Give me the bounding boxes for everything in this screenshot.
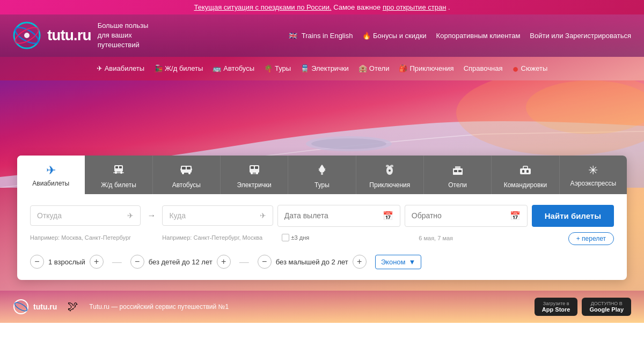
tab-tours[interactable]: Туры <box>288 156 356 194</box>
uk-flag-icon: 🇬🇧 <box>289 32 297 40</box>
from-field[interactable]: ✈ <box>30 205 141 226</box>
tab-business-icon <box>519 163 532 178</box>
to-field[interactable]: ✈ <box>162 205 273 226</box>
children-control: − без детей до 12 лет + <box>130 255 231 269</box>
nav-stories[interactable]: ● Сюжеты <box>509 61 551 76</box>
tab-avia-icon: ✈ <box>46 165 56 176</box>
tab-train-icon <box>112 163 125 178</box>
nav-hotels[interactable]: 🏨 Отели <box>355 62 393 75</box>
adults-minus-button[interactable]: − <box>30 255 44 269</box>
tab-train[interactable]: Ж/д билеты <box>85 156 152 194</box>
tab-adventures[interactable]: Приключения <box>356 156 424 194</box>
banner-link-open[interactable]: про открытие стран <box>383 3 446 11</box>
children-plus-button[interactable]: + <box>217 255 231 269</box>
from-hint-area: Например: Москва, Санкт-Петербург <box>30 234 145 241</box>
svg-rect-27 <box>252 173 257 174</box>
svg-point-18 <box>182 172 184 174</box>
svg-rect-28 <box>321 173 323 175</box>
adults-label: 1 взрослый <box>48 258 85 266</box>
departure-date-field[interactable]: 📅 <box>277 205 400 227</box>
google-play-badge[interactable]: ДОСТУПНО В Google Play <box>582 298 631 316</box>
tab-hotels[interactable]: Отели <box>424 156 492 194</box>
svg-rect-23 <box>251 166 254 169</box>
plusminus-toggle[interactable]: ±3 дня <box>282 234 310 241</box>
to-hint-area: Например: Санкт-Петербург, Москва <box>162 234 277 241</box>
nav-tours[interactable]: 🌴 Туры <box>261 62 294 75</box>
svg-rect-9 <box>114 165 123 172</box>
tab-hotels-label: Отели <box>448 181 467 189</box>
corporate-link[interactable]: Корпоративным клиентам <box>436 32 521 40</box>
tours-icon: 🌴 <box>264 64 273 72</box>
tab-tours-label: Туры <box>314 181 330 189</box>
date-hint-text: 6 мая, 7 мая <box>419 235 453 241</box>
infants-plus-button[interactable]: + <box>353 255 367 269</box>
logo-icon[interactable] <box>13 21 41 49</box>
tab-business[interactable]: Командировки <box>492 156 559 194</box>
return-date-field[interactable]: 📅 <box>405 205 528 227</box>
elektrichka-icon: 🚆 <box>301 64 309 72</box>
search-section: ✈ Авиабилеты Ж/д билеты Автобусы <box>17 156 627 280</box>
date-hints-area: ±3 дня <box>282 234 408 241</box>
tab-adventures-icon <box>383 163 396 178</box>
adults-plus-button[interactable]: + <box>90 255 104 269</box>
train-icon: 🚂 <box>154 64 163 72</box>
from-hint-text: Например: Москва, Санкт-Петербург <box>30 234 131 241</box>
nav-bus[interactable]: 🚌 Автобусы <box>209 62 258 75</box>
english-link[interactable]: 🇬🇧 Trains in English <box>289 32 353 40</box>
infants-minus-button[interactable]: − <box>258 255 272 269</box>
return-calendar-icon: 📅 <box>510 211 521 221</box>
logo-text[interactable]: tutu.ru <box>47 27 91 44</box>
tab-avia-label: Авиабилеты <box>32 180 69 187</box>
svg-rect-20 <box>180 168 181 171</box>
search-inputs-row: ✈ → ✈ 📅 📅 Найти билеты <box>30 205 614 227</box>
svg-point-14 <box>120 172 122 174</box>
search-button[interactable]: Найти билеты <box>532 205 614 227</box>
departure-date-input[interactable] <box>284 211 378 220</box>
banner-link-russia[interactable]: Текущая ситуация с поездками по России. <box>194 3 331 11</box>
tab-bus-label: Автобусы <box>172 181 201 189</box>
return-date-input[interactable] <box>412 211 506 220</box>
nav-bar: ✈ Авиабилеты 🚂 Ж/д билеты 🚌 Автобусы 🌴 Т… <box>0 57 644 80</box>
nav-train[interactable]: 🚂 Ж/д билеты <box>151 62 206 75</box>
departure-calendar-icon: 📅 <box>383 211 393 221</box>
tab-train-label: Ж/д билеты <box>101 181 136 189</box>
banner-text-2: Самое важное <box>333 3 383 11</box>
tab-bus[interactable]: Автобусы <box>153 156 221 194</box>
nav-adventures[interactable]: 🎒 Приключения <box>396 62 457 75</box>
tab-tours-icon <box>316 163 328 178</box>
login-link[interactable]: Войти или Зарегистрироваться <box>530 32 631 40</box>
tab-aeroexpress[interactable]: ✳ Аэроэкспрессы <box>560 156 627 194</box>
tab-bus-icon <box>180 163 193 178</box>
nav-avia[interactable]: ✈ Авиабилеты <box>93 62 148 75</box>
svg-point-30 <box>389 169 391 172</box>
from-plane-icon: ✈ <box>127 211 134 220</box>
to-plane-icon: ✈ <box>260 211 266 220</box>
app-store-label: Загрузите в <box>543 301 569 306</box>
to-input[interactable] <box>169 211 256 220</box>
app-store-name: App Store <box>542 306 570 313</box>
bottom-logo-text: tutu.ru <box>33 302 57 311</box>
banner-dot: . <box>448 3 450 11</box>
tab-elektrichka[interactable]: Электрички <box>221 156 288 194</box>
bottom-tagline: Tutu.ru — российский сервис путешествий … <box>89 303 229 311</box>
from-input[interactable] <box>37 211 124 220</box>
tab-avia[interactable]: ✈ Авиабилеты <box>17 156 85 194</box>
adults-control: − 1 взрослый + <box>30 255 104 269</box>
svg-rect-21 <box>191 168 192 171</box>
children-minus-button[interactable]: − <box>130 255 144 269</box>
plusminus-checkbox[interactable] <box>282 234 289 241</box>
arrow-separator: → <box>145 211 158 220</box>
nav-spravka[interactable]: Справочная <box>460 62 506 75</box>
svg-rect-24 <box>255 166 258 169</box>
add-flight-button[interactable]: + перелет <box>568 232 614 245</box>
class-select[interactable]: Эконом ▼ <box>375 255 422 269</box>
svg-point-13 <box>115 172 117 174</box>
bonuses-link[interactable]: 🔥 Бонусы и скидки <box>362 32 426 40</box>
top-banner: Текущая ситуация с поездками по России. … <box>0 0 644 14</box>
nav-elektrichka[interactable]: 🚆 Электрички <box>297 62 352 75</box>
app-store-badge[interactable]: Загрузите в App Store <box>535 298 578 316</box>
tab-adventures-label: Приключения <box>369 181 410 189</box>
svg-rect-10 <box>115 166 118 168</box>
hotel-icon: 🏨 <box>358 64 367 72</box>
infants-control: − без малышей до 2 лет + <box>258 255 367 269</box>
